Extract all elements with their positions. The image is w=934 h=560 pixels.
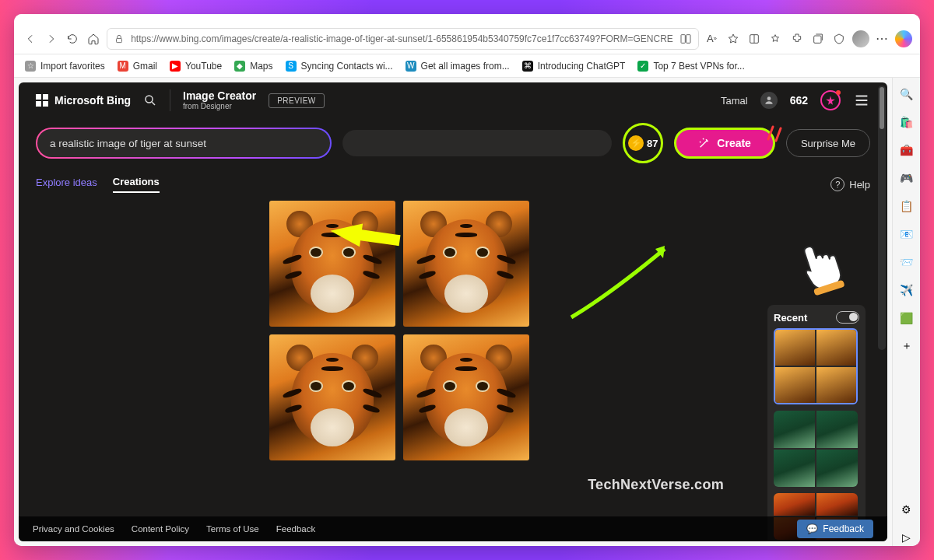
forward-button[interactable]	[43, 28, 59, 50]
bookmark-youtube[interactable]: ▶YouTube	[170, 61, 222, 72]
browser-toolbar: https://www.bing.com/images/create/a-rea…	[14, 23, 920, 54]
sidebar-shopping-icon[interactable]: 🛍️	[898, 114, 915, 131]
svg-rect-1	[681, 34, 685, 43]
svg-line-8	[776, 128, 781, 141]
prompt-row: ⚡ 87 Create Surprise Me	[19, 118, 887, 173]
sidebar-app-icon[interactable]: 🟩	[898, 310, 915, 327]
generated-image-2[interactable]	[403, 201, 529, 327]
bookmark-syncing-contacts[interactable]: SSyncing Contacts wi...	[286, 61, 393, 72]
wand-icon	[698, 137, 711, 149]
sidebar-telegram-icon[interactable]: ✈️	[898, 282, 915, 299]
svg-point-6	[767, 96, 771, 100]
bookmark-chatgpt[interactable]: ⌘Introducing ChatGPT	[522, 61, 626, 72]
sidebar-search-icon[interactable]: 🔍	[898, 86, 915, 103]
tab-creations[interactable]: Creations	[113, 176, 160, 193]
svg-rect-2	[686, 34, 690, 43]
create-button[interactable]: Create	[674, 128, 775, 159]
recent-title: Recent	[774, 312, 807, 324]
extensions-icon[interactable]	[788, 28, 805, 50]
bookmarks-bar: ☆Import favorites MGmail ▶YouTube ◆Maps …	[14, 54, 920, 78]
footer-privacy[interactable]: Privacy and Cookies	[33, 524, 114, 534]
reading-list-icon[interactable]	[746, 28, 762, 50]
bookmark-get-all-images[interactable]: WGet all images from...	[406, 61, 510, 72]
bookmark-vpns[interactable]: ✓Top 7 Best VPNs for...	[637, 61, 744, 72]
page-scrollbar[interactable]	[878, 86, 886, 350]
surprise-me-button[interactable]: Surprise Me	[786, 129, 870, 157]
bing-image-creator-page: Microsoft Bing Image Creator from Design…	[19, 82, 887, 541]
divider	[170, 89, 170, 111]
window-titlebar	[14, 14, 920, 23]
url-text: https://www.bing.com/images/create/a-rea…	[131, 33, 673, 44]
bing-header: Microsoft Bing Image Creator from Design…	[19, 82, 887, 118]
back-button[interactable]	[22, 28, 38, 50]
copilot-icon[interactable]	[895, 28, 912, 50]
help-link[interactable]: ?Help	[830, 177, 870, 191]
sidebar-outlook-icon[interactable]: 📧	[898, 226, 915, 243]
browser-essentials-icon[interactable]	[831, 28, 848, 50]
profile-avatar[interactable]	[852, 28, 869, 50]
sidebar-add-icon[interactable]: ＋	[898, 338, 915, 355]
sidebar-settings-icon[interactable]: ⚙	[898, 501, 915, 518]
footer-feedback-link[interactable]: Feedback	[276, 524, 316, 534]
sidebar-hide-icon[interactable]: ▷	[898, 529, 915, 546]
sidebar-office-icon[interactable]: 📋	[898, 198, 915, 215]
help-icon: ?	[830, 177, 844, 191]
svg-rect-0	[117, 38, 122, 42]
generated-image-4[interactable]	[403, 334, 529, 460]
recent-item-2[interactable]	[774, 411, 858, 487]
home-button[interactable]	[86, 28, 102, 50]
search-icon[interactable]	[143, 93, 157, 107]
app-title: Image Creator from Designer	[183, 90, 256, 110]
bookmark-import-favorites[interactable]: ☆Import favorites	[25, 61, 105, 72]
refresh-button[interactable]	[65, 28, 81, 50]
tabs-row: Explore ideas Creations ?Help	[19, 173, 887, 201]
chat-icon: 💬	[806, 523, 818, 534]
footer-terms[interactable]: Terms of Use	[206, 524, 259, 534]
content-area: Microsoft Bing Image Creator from Design…	[14, 78, 920, 546]
text-size-icon[interactable]: A»	[704, 28, 720, 50]
address-bar[interactable]: https://www.bing.com/images/create/a-rea…	[107, 28, 699, 50]
more-menu-icon[interactable]: ⋯	[874, 28, 890, 50]
prompt-input-wrap	[36, 128, 332, 159]
browser-window: https://www.bing.com/images/create/a-rea…	[14, 14, 920, 546]
split-screen-icon[interactable]	[679, 33, 692, 45]
feedback-button[interactable]: 💬Feedback	[797, 520, 873, 538]
svg-point-5	[146, 96, 153, 103]
footer-content-policy[interactable]: Content Policy	[132, 524, 189, 534]
edge-sidebar: 🔍 🛍️ 🧰 🎮 📋 📧 📨 ✈️ 🟩 ＋ ⚙ ▷	[892, 78, 920, 546]
favorites-icon[interactable]	[767, 28, 784, 50]
svg-line-7	[768, 127, 773, 139]
preview-badge: PREVIEW	[269, 93, 325, 108]
bing-footer: Privacy and Cookies Content Policy Terms…	[19, 516, 887, 541]
sidebar-tools-icon[interactable]: 🧰	[898, 142, 915, 159]
bookmark-maps[interactable]: ◆Maps	[234, 61, 272, 72]
user-avatar[interactable]	[760, 92, 778, 109]
sidebar-games-icon[interactable]: 🎮	[898, 170, 915, 187]
generated-gallery	[19, 201, 887, 460]
hamburger-menu-icon[interactable]	[853, 92, 870, 109]
recent-panel: Recent	[767, 305, 866, 541]
svg-rect-4	[814, 36, 821, 43]
generated-image-3[interactable]	[269, 334, 395, 460]
user-name[interactable]: Tamal	[721, 95, 748, 107]
microsoft-bing-logo[interactable]: Microsoft Bing	[36, 94, 131, 107]
favorite-star-icon[interactable]	[725, 28, 741, 50]
recent-item-1[interactable]	[774, 328, 858, 404]
tab-explore-ideas[interactable]: Explore ideas	[36, 177, 97, 192]
bolt-icon: ⚡	[628, 135, 644, 151]
prompt-input[interactable]	[37, 129, 330, 157]
lock-icon	[114, 33, 125, 44]
boosts-badge[interactable]: ⚡ 87	[623, 123, 663, 163]
credits-count: 662	[790, 94, 808, 107]
recent-toggle[interactable]	[836, 311, 859, 324]
watermark-text: TechNextVerse.com	[588, 477, 724, 493]
sidebar-drop-icon[interactable]: 📨	[898, 254, 915, 271]
rewards-icon[interactable]	[820, 90, 841, 110]
bookmark-gmail[interactable]: MGmail	[118, 61, 157, 72]
generated-image-1[interactable]	[269, 201, 395, 327]
collections-icon[interactable]	[809, 28, 826, 50]
prompt-bar-extension[interactable]	[342, 130, 612, 156]
microsoft-logo-icon	[36, 94, 48, 107]
emphasis-lines-icon	[764, 124, 787, 144]
